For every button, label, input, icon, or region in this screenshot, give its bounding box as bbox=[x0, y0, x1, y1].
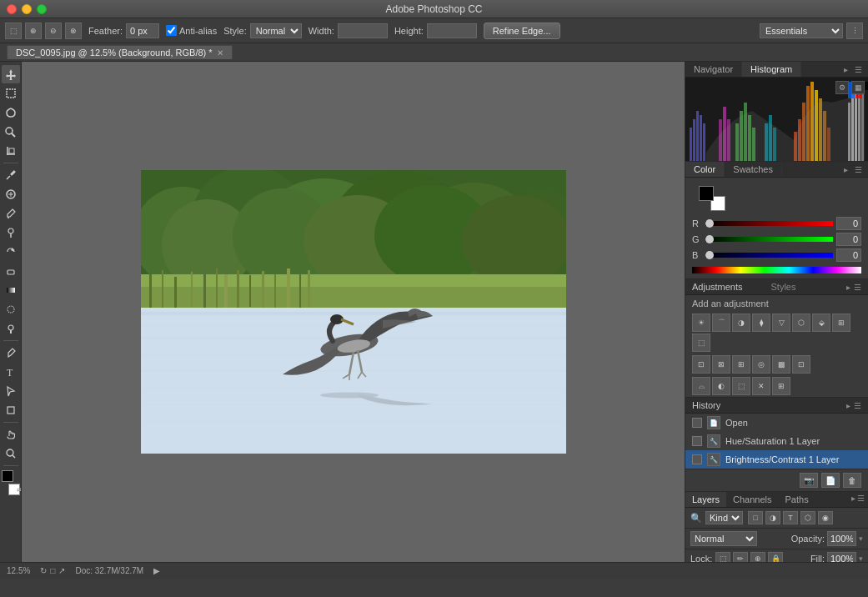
r-value-input[interactable] bbox=[836, 217, 861, 230]
hand-tool[interactable] bbox=[2, 425, 20, 444]
histogram-settings-icon[interactable]: ⚙ bbox=[835, 81, 849, 94]
threshold-adj-icon[interactable]: ⊞ bbox=[732, 355, 750, 374]
history-item-brightness[interactable]: 🔧 Brightness/Contrast 1 Layer bbox=[685, 450, 868, 469]
b-value-input[interactable] bbox=[836, 248, 861, 262]
r-slider[interactable] bbox=[705, 221, 833, 226]
brightness-adj-icon[interactable]: ☀ bbox=[692, 314, 710, 332]
quick-select-tool[interactable] bbox=[2, 123, 20, 141]
layer-filter-smart-icon[interactable]: ◉ bbox=[818, 511, 833, 524]
layers-expand-icon[interactable]: ▸ bbox=[851, 494, 855, 505]
extra2-adj-icon[interactable]: ⊞ bbox=[772, 377, 790, 395]
close-button[interactable] bbox=[7, 4, 17, 14]
spot-heal-tool[interactable] bbox=[2, 185, 20, 203]
color-lookup-adj-icon[interactable]: ⬚ bbox=[692, 334, 710, 352]
lock-all-icon[interactable]: 🔒 bbox=[768, 552, 783, 562]
tab-channels[interactable]: Channels bbox=[726, 492, 778, 507]
width-input[interactable] bbox=[338, 23, 388, 38]
tab-layers[interactable]: Layers bbox=[685, 492, 726, 507]
layer-filter-text-icon[interactable]: T bbox=[783, 511, 798, 524]
pen-tool[interactable] bbox=[2, 344, 20, 362]
brush-tool[interactable] bbox=[2, 204, 20, 223]
layer-filter-adj-icon[interactable]: ◑ bbox=[765, 511, 780, 524]
arrange-icon[interactable]: ⋮ bbox=[846, 23, 863, 39]
history-snapshot-button[interactable]: 📷 bbox=[800, 473, 818, 488]
opacity-dropdown-icon[interactable]: ▾ bbox=[859, 534, 863, 543]
lock-pixels-icon[interactable]: ⬚ bbox=[715, 552, 730, 562]
tab-color[interactable]: Color bbox=[685, 162, 725, 177]
layers-menu-icon[interactable]: ☰ bbox=[857, 494, 865, 505]
dodge-tool[interactable] bbox=[2, 319, 20, 338]
g-slider[interactable] bbox=[705, 237, 833, 242]
tab-histogram[interactable]: Histogram bbox=[742, 62, 801, 77]
fill-input[interactable] bbox=[827, 552, 856, 562]
gradient-map-adj-icon[interactable]: ▩ bbox=[772, 355, 790, 374]
refine-edge-button[interactable]: Refine Edge... bbox=[484, 23, 560, 39]
menu-icon[interactable]: ☰ bbox=[852, 63, 865, 76]
foreground-color-swatch[interactable] bbox=[2, 470, 13, 482]
tab-styles[interactable]: Styles bbox=[771, 282, 844, 292]
pattern-adj-icon[interactable]: ⊡ bbox=[792, 355, 810, 374]
intersect-selection-icon[interactable]: ⊗ bbox=[65, 23, 82, 39]
levels-adj-icon[interactable]: ⌓ bbox=[692, 377, 710, 395]
opacity-input[interactable] bbox=[827, 531, 856, 546]
tab-swatches[interactable]: Swatches bbox=[725, 162, 782, 177]
status-arrow[interactable]: ▶ bbox=[153, 566, 160, 575]
curves-adj-icon[interactable]: ⌒ bbox=[712, 314, 730, 332]
history-expand-icon[interactable]: ▸ bbox=[846, 401, 850, 410]
history-delete-button[interactable]: 🗑 bbox=[843, 473, 861, 488]
height-input[interactable] bbox=[427, 23, 477, 38]
layer-filter-shape-icon[interactable]: ⬡ bbox=[800, 511, 815, 524]
add-selection-icon[interactable]: ⊕ bbox=[25, 23, 42, 39]
color-menu-icon[interactable]: ☰ bbox=[852, 163, 865, 176]
invert-adj-icon[interactable]: ⊡ bbox=[692, 355, 710, 374]
posterize-adj-icon[interactable]: ⊠ bbox=[712, 355, 730, 374]
style-select[interactable]: Normal bbox=[250, 23, 302, 38]
new-selection-icon[interactable]: ⬚ bbox=[5, 23, 22, 39]
history-brush-tool[interactable] bbox=[2, 243, 20, 261]
gradient-tool[interactable] bbox=[2, 281, 20, 299]
workspace-select[interactable]: Essentials bbox=[760, 23, 843, 38]
channel-mixer-adj-icon[interactable]: ⊞ bbox=[832, 314, 850, 332]
lock-artboard-icon[interactable]: ⊕ bbox=[750, 552, 765, 562]
text-tool[interactable]: T bbox=[2, 363, 20, 381]
history-item-hue[interactable]: 🔧 Hue/Saturation 1 Layer bbox=[685, 432, 868, 450]
history-item-open[interactable]: 📄 Open bbox=[685, 414, 868, 432]
color-balance-adj-icon[interactable]: ⬡ bbox=[792, 314, 810, 332]
photo-filter-adj-icon[interactable]: ⬙ bbox=[812, 314, 830, 332]
marquee-tool[interactable] bbox=[2, 84, 20, 103]
eraser-tool[interactable] bbox=[2, 262, 20, 280]
extra-adj-icon[interactable]: ✕ bbox=[752, 377, 770, 395]
clone-stamp-tool[interactable] bbox=[2, 223, 20, 242]
maximize-button[interactable] bbox=[37, 4, 47, 14]
eyedropper-tool[interactable] bbox=[2, 166, 20, 184]
tab-history[interactable]: History bbox=[692, 400, 843, 410]
fg-swatch[interactable] bbox=[699, 186, 714, 201]
selective-color-adj-icon[interactable]: ◎ bbox=[752, 355, 770, 374]
shape-tool[interactable] bbox=[2, 401, 20, 419]
layer-filter-pixel-icon[interactable]: □ bbox=[748, 511, 763, 524]
color-expand-icon[interactable]: ▸ bbox=[841, 163, 850, 176]
shadows-adj-icon[interactable]: ◐ bbox=[712, 377, 730, 395]
history-menu-icon[interactable]: ☰ bbox=[854, 401, 861, 410]
layers-kind-select[interactable]: Kind bbox=[705, 511, 743, 524]
path-select-tool[interactable] bbox=[2, 382, 20, 400]
document-tab[interactable]: DSC_0095.jpg @ 12.5% (Background, RGB/8)… bbox=[7, 45, 233, 59]
expand-icon[interactable]: ▸ bbox=[841, 63, 850, 76]
vibrance-adj-icon[interactable]: ⧫ bbox=[752, 314, 770, 332]
blur-tool[interactable] bbox=[2, 300, 20, 319]
minimize-button[interactable] bbox=[22, 4, 32, 14]
crop-tool[interactable] bbox=[2, 142, 20, 160]
document-close-button[interactable]: ✕ bbox=[217, 48, 223, 58]
histogram-menu-icon[interactable]: ▦ bbox=[851, 81, 865, 94]
anti-alias-checkbox[interactable] bbox=[166, 25, 177, 36]
hsl-adj-icon[interactable]: ▽ bbox=[772, 314, 790, 332]
history-new-button[interactable]: 📄 bbox=[821, 473, 840, 488]
blend-mode-select[interactable]: Normal bbox=[690, 531, 757, 546]
b-slider[interactable] bbox=[705, 253, 833, 258]
subtract-selection-icon[interactable]: ⊖ bbox=[45, 23, 62, 39]
bw-adj-icon[interactable]: ⬚ bbox=[732, 377, 750, 395]
g-value-input[interactable] bbox=[836, 233, 861, 246]
fill-dropdown-icon[interactable]: ▾ bbox=[859, 554, 863, 562]
feather-input[interactable] bbox=[126, 23, 159, 38]
tab-paths[interactable]: Paths bbox=[779, 492, 815, 507]
